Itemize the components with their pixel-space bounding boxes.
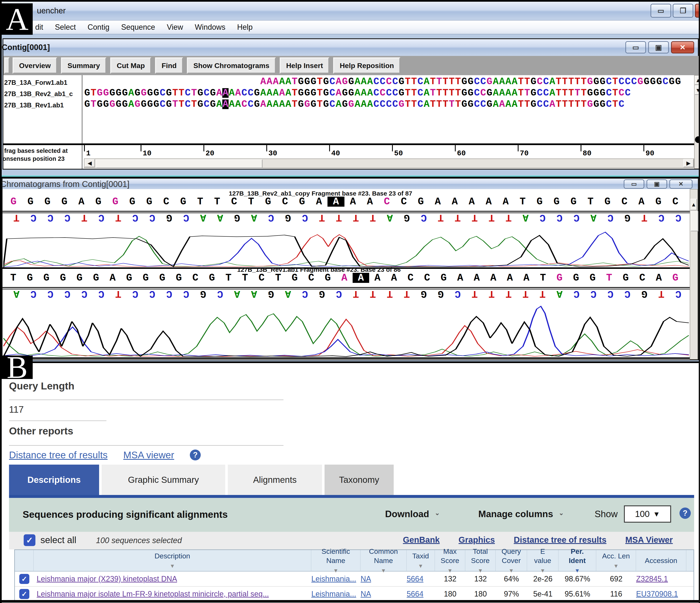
base-char: A: [549, 77, 555, 86]
menu-item-view[interactable]: View: [167, 23, 183, 32]
toolbar-button-help-insert[interactable]: Help Insert: [280, 57, 330, 74]
sort-arrow-icon[interactable]: ▼: [447, 567, 453, 574]
base-call-char: A: [497, 196, 514, 207]
menu-item-select[interactable]: Select: [55, 23, 76, 32]
table-cell: 132: [465, 575, 496, 583]
cell-link[interactable]: 5664: [407, 589, 423, 598]
row-checkbox[interactable]: ✓: [19, 589, 29, 599]
menu-item-contig[interactable]: Contig: [88, 23, 109, 32]
scroll-right-button[interactable]: ▶: [683, 159, 694, 167]
selection-link-msa-viewer[interactable]: MSA Viewer: [625, 535, 673, 545]
alignment-vscrollbar[interactable]: ▲ ▼: [694, 75, 700, 169]
cell-link[interactable]: NA: [360, 575, 371, 583]
cell-link[interactable]: 5664: [407, 575, 423, 583]
base-char: T: [581, 100, 587, 109]
help-icon[interactable]: ?: [190, 449, 201, 461]
table-header-acc-len[interactable]: Acc. Len▼: [596, 550, 636, 571]
base-char: T: [524, 77, 530, 86]
menu-item-windows[interactable]: Windows: [195, 23, 225, 32]
vscroll-thumb[interactable]: [691, 211, 698, 231]
menu-item-help[interactable]: Help: [237, 23, 253, 32]
tab-alignments[interactable]: Alignments: [228, 465, 322, 495]
chromo-maximize-button[interactable]: ▣: [647, 179, 667, 189]
table-cell: 132: [435, 575, 465, 583]
scroll-up-button[interactable]: ▲: [690, 199, 697, 210]
base-char: C: [417, 77, 423, 86]
toolbar-partial-button[interactable]: [4, 57, 10, 74]
scroll-left-button[interactable]: ◀: [84, 159, 95, 167]
toolbar-button-show-chromatograms[interactable]: Show Chromatograms: [187, 57, 276, 74]
table-header-common-name[interactable]: CommonName▼: [360, 550, 407, 571]
chromo-close-button[interactable]: ✕: [669, 179, 693, 189]
base-char: T: [442, 77, 449, 86]
download-menu[interactable]: Download ⌄: [385, 509, 440, 519]
table-header-description[interactable]: Description▼: [34, 550, 311, 571]
contig-minimize-button[interactable]: ▭: [625, 41, 646, 53]
base-char: A: [260, 77, 266, 86]
toolbar-button-overview[interactable]: Overview: [12, 57, 57, 74]
base-call-char: C: [616, 196, 633, 207]
report-link-msa-viewer[interactable]: MSA viewer: [123, 449, 174, 461]
show-select[interactable]: 100 ▼: [624, 505, 671, 523]
base-call-char: A: [336, 273, 353, 283]
cell-link[interactable]: EU370908.1: [636, 589, 678, 598]
toolbar-button-help-reposition[interactable]: Help Reposition: [333, 57, 400, 74]
app-minimize-button[interactable]: ▭: [651, 4, 671, 18]
table-header-query-cover[interactable]: QueryCover▼: [496, 550, 527, 571]
table-header-scientific-name[interactable]: ScientificName▼: [311, 550, 360, 571]
cell-link[interactable]: Z32845.1: [636, 575, 668, 583]
pane-knob-button[interactable]: [695, 136, 700, 143]
manage-columns-menu[interactable]: Manage columns ⌄: [478, 509, 564, 519]
selection-link-genbank[interactable]: GenBank: [403, 535, 440, 545]
cell-link[interactable]: Leishmania major isolate Lm-FR-9 kinetop…: [37, 589, 269, 598]
reverse-base-char: G: [279, 212, 297, 222]
sort-arrow-icon[interactable]: ▼: [418, 562, 423, 570]
sort-arrow-icon[interactable]: ▼: [333, 567, 339, 574]
tab-taxonomy[interactable]: Taxonomy: [325, 465, 394, 495]
tab-graphic-summary[interactable]: Graphic Summary: [102, 465, 225, 495]
scroll-up-button[interactable]: ▲: [695, 76, 700, 85]
base-char: C: [625, 77, 631, 86]
contig-close-button[interactable]: ✕: [671, 41, 694, 53]
selection-link-graphics[interactable]: Graphics: [459, 535, 495, 545]
sort-arrow-icon[interactable]: ▼: [540, 567, 545, 574]
tab-descriptions[interactable]: Descriptions: [9, 465, 99, 495]
help-icon[interactable]: ?: [679, 507, 691, 519]
scroll-down-button[interactable]: ▼: [695, 86, 700, 95]
base-char: G: [254, 100, 260, 109]
toolbar-button-summary[interactable]: Summary: [61, 57, 106, 74]
table-header-per-ident[interactable]: Per.Ident▼: [558, 550, 596, 571]
table-header-max-score[interactable]: MaxScore▼: [435, 550, 465, 571]
row-checkbox[interactable]: ✓: [19, 574, 29, 584]
chromo-minimize-button[interactable]: ▭: [624, 179, 644, 189]
toolbar-button-find[interactable]: Find: [155, 57, 183, 74]
cell-link[interactable]: Leishmania...: [311, 575, 356, 583]
select-all-checkbox[interactable]: ✓: [24, 534, 35, 546]
alignment-hscrollbar[interactable]: ◀ ▶: [84, 158, 694, 168]
hscroll-thumb[interactable]: [96, 159, 262, 168]
table-header-taxid[interactable]: Taxid▼: [407, 550, 435, 571]
app-restore-button[interactable]: ❐: [673, 4, 693, 18]
base-char: A: [511, 100, 518, 109]
sort-arrow-icon[interactable]: ▼: [575, 567, 580, 574]
cell-link[interactable]: NA: [360, 589, 371, 598]
selection-link-distance-tree-of-results[interactable]: Distance tree of results: [514, 535, 606, 545]
menu-item-sequence[interactable]: Sequence: [121, 23, 155, 32]
cell-link[interactable]: Leishmania major (X239) kinetoplast DNA: [37, 575, 177, 583]
sort-arrow-icon[interactable]: ▼: [508, 567, 514, 574]
ruler-tick: [455, 145, 456, 151]
sort-arrow-icon[interactable]: ▼: [478, 567, 483, 574]
app-close-button[interactable]: ✕: [695, 4, 700, 18]
sort-arrow-icon[interactable]: ▼: [170, 562, 175, 570]
table-header-e-value[interactable]: Evalue▼: [527, 550, 558, 571]
sort-arrow-icon[interactable]: ▼: [613, 562, 619, 570]
report-link-distance-tree-of-results[interactable]: Distance tree of results: [9, 449, 107, 461]
fragment-name: 27B_13A_Forw1.ab1: [4, 79, 68, 86]
menu-item-dit[interactable]: dit: [35, 23, 43, 32]
table-header-total-score[interactable]: TotalScore▼: [465, 550, 496, 571]
sort-arrow-icon[interactable]: ▼: [381, 567, 386, 574]
contig-maximize-button[interactable]: ▣: [648, 41, 669, 53]
toolbar-button-cut-map[interactable]: Cut Map: [110, 57, 151, 74]
chromo-vscrollbar[interactable]: ▲: [690, 189, 698, 360]
cell-link[interactable]: Leishmania...: [311, 589, 356, 598]
